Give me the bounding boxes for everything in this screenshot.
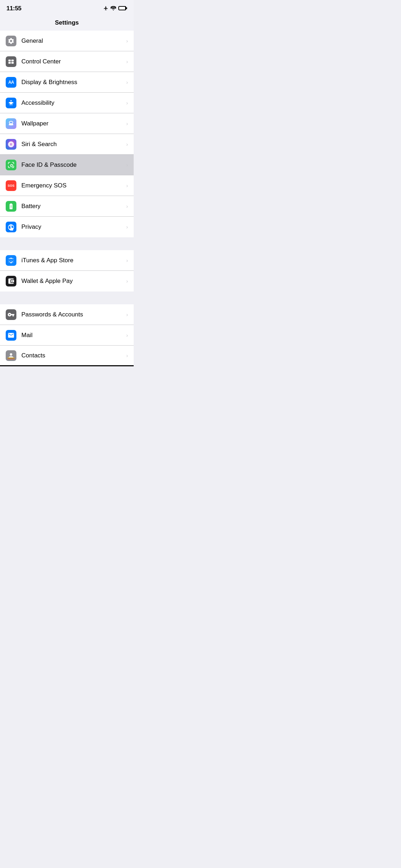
general-chevron: ›	[126, 38, 128, 44]
general-icon	[6, 36, 16, 46]
siri-icon	[6, 139, 16, 150]
emergency-sos-label: Emergency SOS	[21, 182, 125, 189]
wallet-icon	[6, 276, 16, 286]
wallet-apple-pay-label: Wallet & Apple Pay	[21, 278, 125, 285]
svg-point-11	[12, 124, 13, 125]
row-control-center[interactable]: Control Center ›	[0, 51, 134, 72]
accessibility-icon	[6, 98, 16, 108]
row-general[interactable]: General ›	[0, 31, 134, 51]
privacy-label: Privacy	[21, 223, 125, 231]
app-store-icon	[6, 255, 16, 266]
section-system: General › Control Center › AA Display & …	[0, 31, 134, 237]
general-label: General	[21, 37, 125, 45]
svg-rect-4	[9, 60, 11, 61]
battery-chevron: ›	[126, 203, 128, 209]
privacy-icon	[6, 222, 16, 232]
row-siri-search[interactable]: Siri & Search ›	[0, 134, 134, 155]
svg-rect-5	[11, 60, 14, 61]
display-brightness-chevron: ›	[126, 79, 128, 85]
privacy-chevron: ›	[126, 224, 128, 230]
accessibility-label: Accessibility	[21, 99, 125, 107]
svg-point-8	[10, 100, 11, 101]
emergency-sos-icon: SOS	[6, 180, 16, 191]
svg-rect-7	[11, 62, 14, 63]
row-itunes-app-store[interactable]: iTunes & App Store ›	[0, 250, 134, 271]
row-contacts[interactable]: Contacts ›	[0, 346, 134, 366]
contacts-chevron: ›	[126, 353, 128, 358]
emergency-sos-chevron: ›	[126, 183, 128, 188]
face-id-label: Face ID & Passcode	[21, 161, 125, 169]
svg-rect-2	[119, 7, 125, 10]
svg-rect-3	[126, 7, 127, 9]
row-emergency-sos[interactable]: SOS Emergency SOS ›	[0, 175, 134, 196]
row-battery[interactable]: Battery ›	[0, 196, 134, 217]
passwords-accounts-label: Passwords & Accounts	[21, 311, 125, 318]
section-gap-2	[0, 291, 134, 304]
battery-row-icon	[6, 201, 16, 212]
face-id-icon	[6, 160, 16, 170]
display-brightness-icon: AA	[6, 77, 16, 88]
row-passwords-accounts[interactable]: Passwords & Accounts ›	[0, 304, 134, 325]
control-center-label: Control Center	[21, 58, 125, 65]
wifi-icon	[110, 6, 116, 11]
svg-rect-15	[7, 358, 15, 359]
display-brightness-label: Display & Brightness	[21, 79, 125, 86]
mail-chevron: ›	[126, 332, 128, 338]
row-privacy[interactable]: Privacy ›	[0, 217, 134, 237]
face-id-chevron: ›	[126, 162, 128, 168]
contacts-label: Contacts	[21, 352, 125, 359]
status-bar: 11:55	[0, 0, 134, 16]
row-face-id[interactable]: Face ID & Passcode ›	[0, 155, 134, 175]
svg-point-12	[10, 353, 12, 356]
svg-rect-14	[7, 358, 15, 358]
page-title: Settings	[55, 19, 79, 26]
wallpaper-chevron: ›	[126, 121, 128, 126]
battery-icon	[118, 6, 127, 11]
accessibility-chevron: ›	[126, 100, 128, 106]
wallpaper-icon	[6, 118, 16, 129]
itunes-app-store-chevron: ›	[126, 258, 128, 263]
passwords-accounts-chevron: ›	[126, 312, 128, 317]
status-time: 11:55	[6, 5, 21, 12]
itunes-app-store-label: iTunes & App Store	[21, 257, 125, 264]
wallet-apple-pay-chevron: ›	[126, 278, 128, 284]
siri-chevron: ›	[126, 141, 128, 147]
row-display-brightness[interactable]: AA Display & Brightness ›	[0, 72, 134, 93]
contacts-icon	[6, 350, 16, 361]
airplane-icon	[103, 6, 108, 12]
section-accounts: Passwords & Accounts › Mail › Contacts ›	[0, 304, 134, 366]
control-center-chevron: ›	[126, 59, 128, 64]
row-accessibility[interactable]: Accessibility ›	[0, 93, 134, 113]
svg-point-0	[113, 10, 114, 10]
mail-label: Mail	[21, 332, 125, 339]
row-wallet-apple-pay[interactable]: Wallet & Apple Pay ›	[0, 271, 134, 291]
svg-point-9	[9, 124, 10, 125]
nav-header: Settings	[0, 16, 134, 31]
row-mail[interactable]: Mail ›	[0, 325, 134, 346]
battery-label: Battery	[21, 203, 125, 210]
status-icons	[103, 6, 127, 12]
mail-icon	[6, 330, 16, 341]
passwords-icon	[6, 309, 16, 320]
wallpaper-label: Wallpaper	[21, 120, 125, 127]
control-center-icon	[6, 56, 16, 67]
siri-label: Siri & Search	[21, 141, 125, 148]
section-store: iTunes & App Store › Wallet & Apple Pay …	[0, 250, 134, 291]
section-gap-1	[0, 237, 134, 250]
row-wallpaper[interactable]: Wallpaper ›	[0, 113, 134, 134]
svg-point-10	[11, 124, 12, 125]
svg-rect-6	[9, 62, 11, 63]
